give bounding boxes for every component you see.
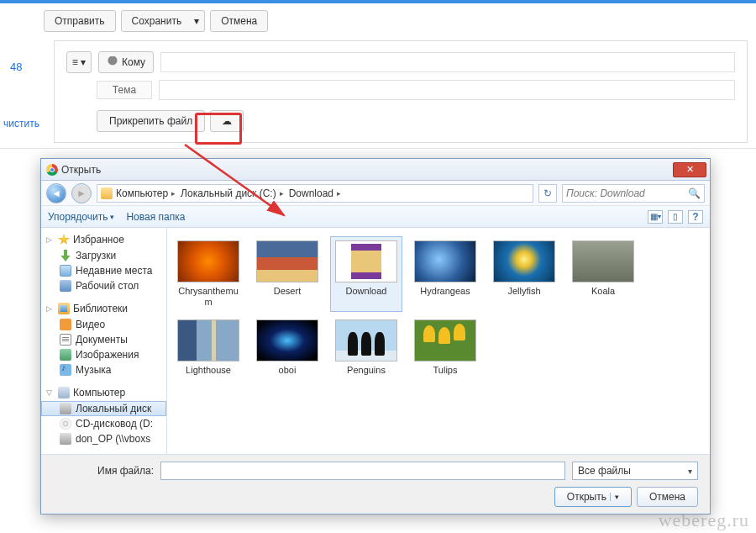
cancel-button[interactable]: Отмена bbox=[210, 10, 268, 32]
file-thumbnail bbox=[335, 319, 397, 361]
to-button[interactable]: Кому bbox=[98, 51, 154, 73]
file-thumbnail bbox=[256, 319, 318, 361]
sidebar-music[interactable]: Музыка bbox=[41, 362, 166, 377]
file-item[interactable]: Download bbox=[330, 236, 402, 312]
image-icon bbox=[60, 349, 71, 361]
sidebar-localdisk[interactable]: Локальный диск bbox=[41, 401, 166, 416]
help-button[interactable]: ? bbox=[688, 210, 703, 224]
open-button[interactable]: Открыть▾ bbox=[554, 487, 632, 507]
file-thumbnail bbox=[493, 240, 555, 282]
file-item[interactable]: oboi bbox=[251, 315, 323, 380]
breadcrumb-bar[interactable]: Компьютер Локальный диск (C:) Download bbox=[97, 184, 533, 203]
file-label: Download bbox=[346, 286, 387, 297]
document-icon bbox=[60, 334, 71, 346]
help-icon: ? bbox=[692, 211, 698, 223]
organize-menu[interactable]: Упорядочить▾ bbox=[48, 211, 114, 223]
network-drive-icon bbox=[60, 433, 71, 445]
hdd-icon bbox=[60, 403, 71, 414]
file-item[interactable]: Tulips bbox=[409, 315, 481, 380]
sidebar-downloads[interactable]: Загрузки bbox=[41, 248, 166, 263]
filename-input[interactable] bbox=[160, 462, 565, 480]
file-item[interactable]: Penguins bbox=[330, 315, 402, 380]
dialog-titlebar[interactable]: Открыть ✕ bbox=[41, 159, 710, 181]
file-thumbnail bbox=[256, 240, 318, 282]
video-icon bbox=[60, 319, 71, 330]
list-toggle-button[interactable]: ≡ ▾ bbox=[66, 51, 92, 73]
search-input[interactable]: Поиск: Download 🔍 bbox=[562, 184, 705, 203]
dialog-close-button[interactable]: ✕ bbox=[673, 162, 706, 177]
clear-link[interactable]: чистить bbox=[3, 118, 39, 129]
dialog-title: Открыть bbox=[61, 164, 101, 176]
save-button[interactable]: Сохранить bbox=[121, 10, 193, 32]
sidebar-recent[interactable]: Недавние места bbox=[41, 263, 166, 278]
to-input[interactable] bbox=[160, 52, 735, 72]
preview-pane-button[interactable]: ▯ bbox=[668, 210, 683, 224]
new-folder-button[interactable]: Новая папка bbox=[126, 211, 185, 223]
file-label: Chrysanthemum bbox=[175, 286, 242, 308]
download-icon bbox=[60, 250, 71, 261]
nav-forward-button[interactable]: ► bbox=[71, 183, 92, 203]
file-pane[interactable]: ChrysanthemumDesertDownloadHydrangeasJel… bbox=[167, 228, 710, 454]
file-thumbnail bbox=[177, 240, 239, 282]
nav-back-button[interactable]: ◄ bbox=[46, 183, 66, 203]
sidebar-favorites[interactable]: Избранное bbox=[41, 231, 166, 248]
save-dropdown[interactable]: ▾ bbox=[189, 10, 205, 32]
computer-icon bbox=[58, 387, 70, 398]
attach-file-button[interactable]: Прикрепить файл bbox=[97, 110, 205, 132]
file-thumbnail bbox=[572, 240, 634, 282]
open-dropdown[interactable]: ▾ bbox=[610, 493, 619, 501]
subject-input[interactable] bbox=[159, 80, 735, 100]
folder-icon bbox=[101, 187, 113, 199]
file-thumbnail bbox=[177, 319, 239, 361]
sidebar-computer[interactable]: Компьютер bbox=[41, 384, 166, 401]
file-item[interactable]: Koala bbox=[567, 236, 639, 312]
sidebar-desktop[interactable]: Рабочий стол bbox=[41, 278, 166, 293]
file-item[interactable]: Lighthouse bbox=[172, 315, 244, 380]
arrow-left-icon: ◄ bbox=[51, 187, 61, 199]
subject-label: Тема bbox=[97, 81, 152, 99]
file-item[interactable]: Desert bbox=[251, 236, 323, 312]
sidebar-tree[interactable]: Избранное Загрузки Недавние места Рабочи… bbox=[41, 228, 167, 454]
file-label: Jellyfish bbox=[507, 286, 540, 297]
file-thumbnail bbox=[335, 240, 397, 282]
compose-panel: Отправить Сохранить ▾ Отмена ≡ ▾ Кому Те… bbox=[0, 3, 756, 149]
breadcrumb-segment[interactable]: Компьютер bbox=[116, 187, 177, 199]
file-label: Tulips bbox=[433, 365, 458, 376]
search-placeholder: Поиск: Download bbox=[566, 187, 645, 199]
file-label: Lighthouse bbox=[186, 365, 231, 376]
file-label: oboi bbox=[279, 365, 297, 376]
refresh-button[interactable]: ↻ bbox=[538, 184, 557, 203]
file-item[interactable]: Hydrangeas bbox=[409, 236, 481, 312]
filename-label: Имя файла: bbox=[53, 465, 154, 477]
sidebar-libraries[interactable]: Библиотеки bbox=[41, 300, 166, 317]
person-icon bbox=[107, 56, 118, 68]
sidebar-documents[interactable]: Документы bbox=[41, 332, 166, 347]
breadcrumb-segment[interactable]: Локальный диск (C:) bbox=[181, 187, 286, 199]
dialog-cancel-button[interactable]: Отмена bbox=[637, 487, 698, 507]
sidebar-videos[interactable]: Видео bbox=[41, 317, 166, 332]
close-icon: ✕ bbox=[686, 164, 694, 175]
sidebar-pictures[interactable]: Изображения bbox=[41, 347, 166, 362]
sidebar-cd[interactable]: CD-дисковод (D: bbox=[41, 416, 166, 431]
star-icon bbox=[58, 234, 70, 245]
file-item[interactable]: Chrysanthemum bbox=[172, 236, 244, 312]
unread-count: 48 bbox=[10, 61, 22, 73]
send-button[interactable]: Отправить bbox=[44, 10, 116, 32]
file-type-filter[interactable]: Все файлы bbox=[572, 462, 698, 480]
cloud-icon: ☁ bbox=[222, 115, 232, 127]
music-icon bbox=[60, 364, 71, 376]
pane-icon: ▯ bbox=[673, 212, 678, 221]
breadcrumb-segment[interactable]: Download bbox=[289, 187, 343, 199]
to-label: Кому bbox=[122, 56, 145, 68]
recent-icon bbox=[60, 265, 71, 277]
search-icon: 🔍 bbox=[688, 187, 701, 199]
file-item[interactable]: Jellyfish bbox=[488, 236, 560, 312]
file-label: Desert bbox=[274, 286, 301, 297]
attach-cloud-button[interactable]: ☁ bbox=[210, 110, 244, 132]
file-thumbnail bbox=[414, 240, 476, 282]
view-icon: ▦ bbox=[650, 212, 658, 221]
file-thumbnail bbox=[414, 319, 476, 361]
view-mode-button[interactable]: ▦▾ bbox=[648, 210, 663, 224]
file-label: Koala bbox=[591, 286, 615, 297]
sidebar-network[interactable]: don_OP (\\vboxs bbox=[41, 431, 166, 446]
